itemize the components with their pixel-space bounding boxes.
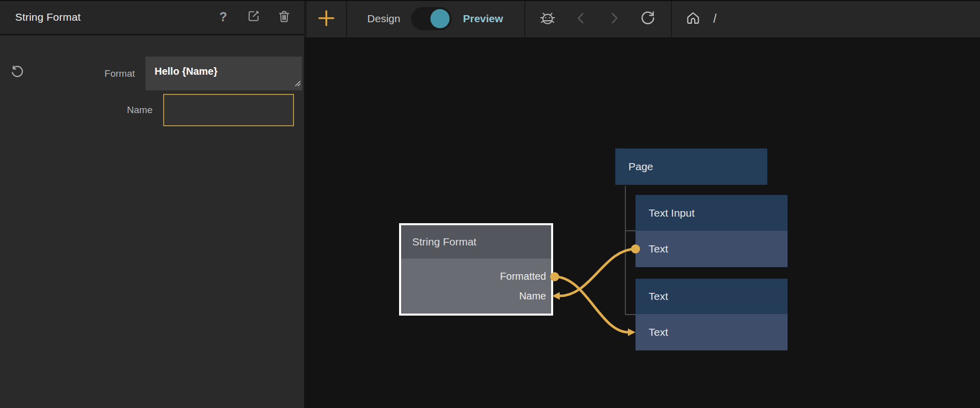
format-field-wrap: Hello {Name} [145, 57, 302, 90]
bug-icon [539, 10, 556, 28]
pencil-square-icon [246, 9, 261, 25]
panel-title: String Format [15, 11, 202, 23]
navigation-group [524, 0, 671, 37]
add-node-button[interactable] [307, 0, 346, 37]
node-page[interactable]: Page [615, 148, 767, 185]
design-preview-toggle[interactable] [411, 7, 452, 30]
design-mode-label[interactable]: Design [367, 13, 400, 25]
breadcrumb-path: / [713, 12, 716, 26]
node-graph-canvas[interactable]: Page Text Input Text Text Text String Fo… [304, 37, 980, 408]
app-window: String Format ? [0, 0, 980, 408]
help-button[interactable]: ? [214, 8, 232, 26]
node-string-format-title[interactable]: String Format [401, 225, 551, 259]
chevron-right-icon [608, 12, 620, 26]
node-text-title[interactable]: Text [635, 279, 788, 314]
edit-button[interactable] [244, 8, 263, 26]
format-input[interactable]: Hello {Name} [145, 57, 302, 90]
node-text-input-title[interactable]: Text Input [635, 195, 788, 231]
home-button[interactable] [685, 10, 701, 28]
name-field-label: Name [0, 94, 153, 126]
house-icon [685, 10, 701, 28]
toggle-knob [430, 9, 450, 28]
preview-mode-label[interactable]: Preview [463, 13, 503, 25]
node-string-format-selected[interactable]: String Format Formatted Name [399, 223, 553, 316]
string-format-ports: Formatted Name [401, 259, 551, 306]
name-input[interactable] [163, 94, 294, 126]
window-top-edge [0, 0, 980, 1]
port-name[interactable]: Name [401, 286, 551, 306]
breadcrumb-group: / [671, 0, 716, 37]
trash-icon [277, 9, 291, 25]
resize-handle[interactable] [294, 79, 301, 88]
plus-icon [317, 9, 336, 29]
reload-icon [640, 10, 656, 28]
format-field-label: Format [0, 57, 135, 90]
preview-toolbar: Design Preview [304, 0, 980, 37]
node-text-port-text[interactable]: Text [635, 314, 788, 350]
refresh-button[interactable] [639, 9, 657, 29]
port-formatted[interactable]: Formatted [401, 267, 551, 286]
properties-panel: String Format ? [0, 0, 304, 408]
debug-button[interactable] [538, 9, 557, 29]
question-mark-icon: ? [219, 10, 227, 24]
node-text[interactable]: Text Text [635, 279, 788, 350]
chevron-left-icon [575, 12, 587, 26]
properties-panel-header: String Format ? [0, 0, 304, 35]
node-text-input-port-text[interactable]: Text [635, 231, 788, 267]
forward-button[interactable] [605, 9, 623, 29]
node-text-input[interactable]: Text Input Text [635, 195, 788, 267]
back-button[interactable] [572, 9, 590, 29]
mode-switch-group: Design Preview [346, 0, 524, 37]
delete-button[interactable] [275, 8, 293, 26]
